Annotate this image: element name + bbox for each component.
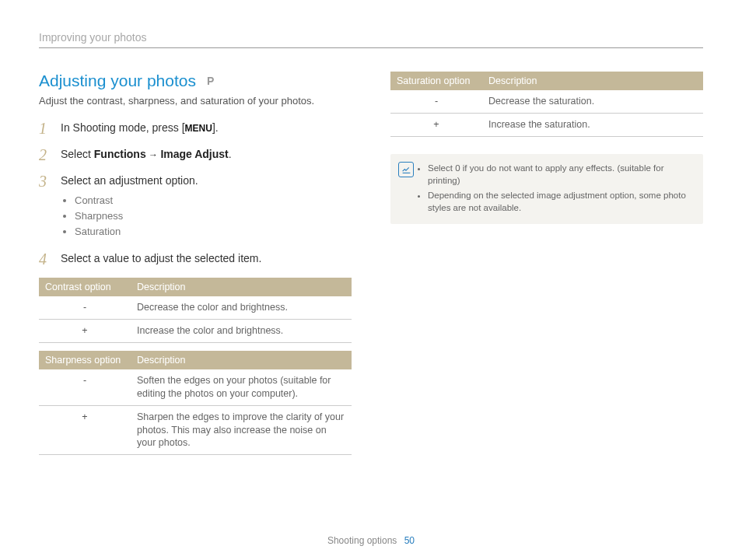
table-row: - Soften the edges on your photos (suita… bbox=[39, 369, 352, 405]
table-header: Sharpness option bbox=[39, 351, 131, 369]
table-header: Saturation option bbox=[390, 72, 482, 90]
page-number: 50 bbox=[404, 535, 415, 546]
step-body: In Shooting mode, press [MENU]. bbox=[61, 121, 352, 136]
table-cell: Sharpen the edges to improve the clarity… bbox=[131, 405, 352, 455]
table-cell: Soften the edges on your photos (suitabl… bbox=[131, 369, 352, 405]
step-text: In Shooting mode, press [ bbox=[61, 121, 185, 134]
note-text: if you do not want to apply any effects.… bbox=[428, 163, 663, 185]
step-body: Select a value to adjust the selected it… bbox=[61, 251, 352, 267]
right-column: Saturation option Description - Decrease… bbox=[390, 72, 703, 455]
table-cell: - bbox=[390, 90, 482, 113]
subtitle: Adjust the contrast, sharpness, and satu… bbox=[39, 95, 352, 107]
saturation-table: Saturation option Description - Decrease… bbox=[390, 72, 703, 137]
note-icon bbox=[398, 162, 414, 177]
step-bold: Image Adjust bbox=[160, 148, 228, 160]
steps-list: 1 In Shooting mode, press [MENU]. 2 Sele… bbox=[39, 121, 352, 267]
table-header: Description bbox=[482, 72, 703, 90]
note-box: Select 0 if you do not want to apply any… bbox=[390, 154, 703, 224]
table-cell: + bbox=[39, 320, 131, 343]
table-row: + Increase the saturation. bbox=[390, 113, 703, 136]
step-number: 1 bbox=[39, 121, 53, 136]
step-4: 4 Select a value to adjust the selected … bbox=[39, 251, 352, 267]
sublist-item: Saturation bbox=[75, 225, 352, 239]
table-row: + Sharpen the edges to improve the clari… bbox=[39, 405, 352, 455]
step-number: 4 bbox=[39, 251, 53, 267]
step-bold: Functions bbox=[94, 148, 146, 160]
table-cell: - bbox=[39, 296, 131, 319]
step-text: Select bbox=[61, 148, 94, 160]
step-3: 3 Select an adjustment option. Contrast … bbox=[39, 173, 352, 240]
note-item: Depending on the selected image adjustme… bbox=[428, 189, 692, 214]
table-cell: Decrease the saturation. bbox=[482, 90, 703, 113]
breadcrumb: Improving your photos bbox=[39, 31, 703, 48]
table-cell: Increase the color and brightness. bbox=[131, 320, 352, 343]
step-body: Select an adjustment option. Contrast Sh… bbox=[61, 173, 352, 240]
step-1: 1 In Shooting mode, press [MENU]. bbox=[39, 121, 352, 136]
sublist-item: Sharpness bbox=[75, 209, 352, 223]
table-header: Contrast option bbox=[39, 278, 131, 296]
arrow-icon: → bbox=[146, 149, 161, 160]
heading-text: Adjusting your photos bbox=[39, 72, 196, 90]
table-cell: + bbox=[39, 405, 131, 455]
step-2: 2 Select Functions → Image Adjust. bbox=[39, 147, 352, 163]
table-row: - Decrease the saturation. bbox=[390, 90, 703, 113]
step-text: . bbox=[229, 148, 232, 160]
note-item: Select 0 if you do not want to apply any… bbox=[428, 162, 692, 187]
sublist-item: Contrast bbox=[75, 194, 352, 208]
step-body: Select Functions → Image Adjust. bbox=[61, 147, 352, 163]
table-cell: + bbox=[390, 113, 482, 136]
page-footer: Shooting options 50 bbox=[0, 535, 742, 546]
step-sublist: Contrast Sharpness Saturation bbox=[75, 194, 352, 240]
table-row: - Decrease the color and brightness. bbox=[39, 296, 352, 319]
table-row: + Increase the color and brightness. bbox=[39, 320, 352, 343]
step-text: ]. bbox=[212, 121, 219, 134]
left-column: Adjusting your photos P Adjust the contr… bbox=[39, 72, 352, 455]
sharpness-table: Sharpness option Description - Soften th… bbox=[39, 351, 352, 455]
step-number: 2 bbox=[39, 147, 53, 163]
footer-section: Shooting options bbox=[327, 535, 397, 546]
table-cell: - bbox=[39, 369, 131, 405]
step-number: 3 bbox=[39, 173, 53, 240]
page-heading: Adjusting your photos P bbox=[39, 72, 352, 90]
menu-chip: MENU bbox=[185, 123, 212, 134]
table-cell: Increase the saturation. bbox=[482, 113, 703, 136]
contrast-table: Contrast option Description - Decrease t… bbox=[39, 278, 352, 343]
table-cell: Decrease the color and brightness. bbox=[131, 296, 352, 319]
note-text: Select bbox=[428, 163, 455, 173]
mode-badge: P bbox=[207, 75, 214, 87]
table-header: Description bbox=[131, 351, 352, 369]
step-text: Select an adjustment option. bbox=[61, 174, 198, 187]
table-header: Description bbox=[131, 278, 352, 296]
